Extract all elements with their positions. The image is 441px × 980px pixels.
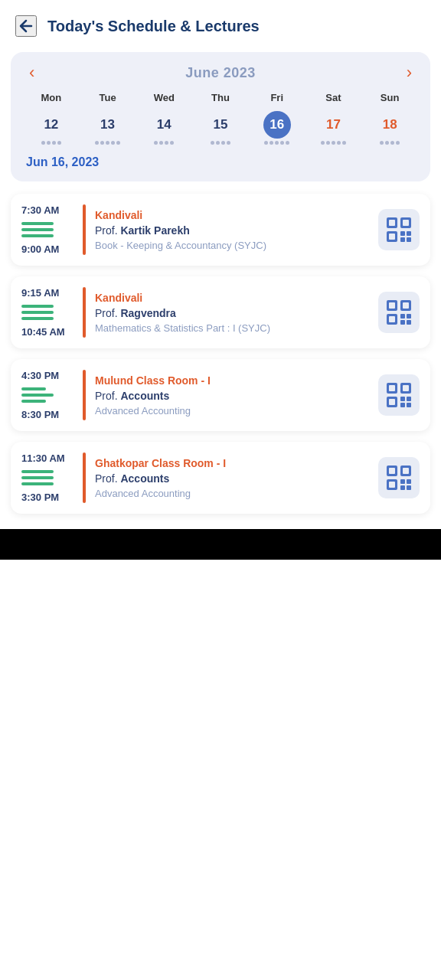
day-dots-17 <box>321 141 346 145</box>
prof-name-1: Kartik Parekh <box>120 224 189 237</box>
divider-bar-2 <box>83 287 86 338</box>
calendar-day-17[interactable]: 17 <box>305 108 362 146</box>
time-start-3: 4:30 PM <box>21 370 59 381</box>
time-lines-4 <box>21 470 54 485</box>
dow-tue: Tue <box>80 92 136 108</box>
time-lines-2 <box>21 305 54 320</box>
prof-name-2: Ragvendra <box>120 307 175 319</box>
time-line <box>21 228 54 231</box>
lecture-location-3: Mulund Class Room - I <box>95 374 369 387</box>
dow-sat: Sat <box>305 92 362 108</box>
svg-rect-28 <box>400 403 405 407</box>
time-line <box>21 470 54 473</box>
dow-mon: Mon <box>23 92 80 108</box>
calendar-day-13[interactable]: 13 <box>80 108 136 146</box>
time-line <box>21 482 54 485</box>
qr-button-4[interactable] <box>378 457 420 498</box>
time-end-3: 8:30 PM <box>21 409 59 420</box>
lecture-location-2: Kandivali <box>95 292 369 304</box>
svg-rect-9 <box>407 237 411 242</box>
lecture-location-4: Ghatkopar Class Room - I <box>95 457 369 469</box>
day-dots-18 <box>380 141 400 145</box>
time-col-3: 4:30 PM 8:30 PM <box>21 370 74 420</box>
time-line <box>21 394 54 397</box>
prof-label: Prof. <box>95 224 120 237</box>
svg-rect-26 <box>400 397 405 401</box>
time-line <box>21 234 54 237</box>
dow-thu: Thu <box>192 92 249 108</box>
day-num-17: 17 <box>319 111 347 139</box>
prof-label: Prof. <box>95 307 120 319</box>
prof-name-4: Accounts <box>120 472 169 485</box>
svg-rect-3 <box>403 220 409 226</box>
svg-rect-6 <box>400 231 405 236</box>
svg-rect-29 <box>407 403 411 407</box>
time-line <box>21 305 54 308</box>
calendar-day-15[interactable]: 15 <box>192 108 249 146</box>
schedule-list: 7:30 AM 9:00 AM Kandivali Prof. Kartik P… <box>0 194 441 529</box>
prev-month-button[interactable]: ‹ <box>23 63 41 83</box>
time-col-2: 9:15 AM 10:45 AM <box>21 287 74 338</box>
lecture-location-1: Kandivali <box>95 209 369 221</box>
bottom-bar <box>0 529 441 560</box>
time-col-4: 11:30 AM 3:30 PM <box>21 452 74 503</box>
lecture-prof-1: Prof. Kartik Parekh <box>95 224 369 237</box>
next-month-button[interactable]: › <box>400 63 418 83</box>
svg-rect-1 <box>389 220 395 226</box>
lecture-subject-2: Mathematics & Statistics Part : I (SYJC) <box>95 322 369 334</box>
lecture-info-3: Mulund Class Room - I Prof. Accounts Adv… <box>95 370 369 420</box>
time-start-1: 7:30 AM <box>21 204 59 216</box>
lecture-prof-4: Prof. Accounts <box>95 472 369 485</box>
lecture-prof-2: Prof. Ragvendra <box>95 307 369 319</box>
svg-rect-15 <box>389 316 395 322</box>
day-dots-16 <box>264 141 289 145</box>
time-start-2: 9:15 AM <box>21 287 59 299</box>
time-start-4: 11:30 AM <box>21 452 65 464</box>
day-num-18: 18 <box>376 111 403 139</box>
qr-button-2[interactable] <box>378 292 420 333</box>
back-button[interactable] <box>15 15 37 37</box>
svg-rect-33 <box>403 468 409 474</box>
lecture-prof-3: Prof. Accounts <box>95 390 369 402</box>
svg-rect-39 <box>407 485 411 490</box>
lecture-info-4: Ghatkopar Class Room - I Prof. Accounts … <box>95 452 369 503</box>
prof-label: Prof. <box>95 390 120 402</box>
day-num-12: 12 <box>38 111 65 139</box>
calendar-day-18[interactable]: 18 <box>361 108 418 146</box>
svg-rect-36 <box>400 479 405 484</box>
svg-rect-37 <box>407 479 411 484</box>
calendar-day-12[interactable]: 12 <box>23 108 80 146</box>
time-line <box>21 311 54 314</box>
day-num-15: 15 <box>207 111 234 139</box>
svg-rect-23 <box>403 385 409 391</box>
qr-button-3[interactable] <box>378 374 420 416</box>
time-lines-3 <box>21 387 54 403</box>
calendar-day-14[interactable]: 14 <box>136 108 192 146</box>
day-num-16: 16 <box>263 111 291 139</box>
svg-rect-5 <box>389 234 395 240</box>
svg-rect-11 <box>389 302 395 309</box>
time-end-2: 10:45 AM <box>21 326 65 338</box>
svg-rect-31 <box>389 468 395 474</box>
calendar-day-16[interactable]: 16 <box>249 108 305 146</box>
day-dots-14 <box>154 141 174 145</box>
svg-rect-16 <box>400 314 405 318</box>
lecture-subject-3: Advanced Accounting <box>95 405 369 416</box>
prof-label: Prof. <box>95 472 120 485</box>
svg-rect-35 <box>389 482 395 488</box>
calendar-month-year: June 2023 <box>185 65 256 81</box>
time-line <box>21 476 54 479</box>
lecture-card-3: 4:30 PM 8:30 PM Mulund Class Room - I Pr… <box>11 359 430 431</box>
time-line <box>21 317 54 320</box>
lecture-card-2: 9:15 AM 10:45 AM Kandivali Prof. Ragvend… <box>11 276 430 348</box>
svg-rect-8 <box>400 237 405 242</box>
svg-rect-13 <box>403 302 409 309</box>
qr-button-1[interactable] <box>378 209 420 250</box>
selected-date-label: Jun 16, 2023 <box>26 155 418 169</box>
day-dots-12 <box>41 141 61 145</box>
svg-rect-19 <box>407 320 411 325</box>
time-line <box>21 400 46 403</box>
day-num-13: 13 <box>94 111 122 139</box>
dow-wed: Wed <box>136 92 192 108</box>
svg-rect-18 <box>400 320 405 325</box>
